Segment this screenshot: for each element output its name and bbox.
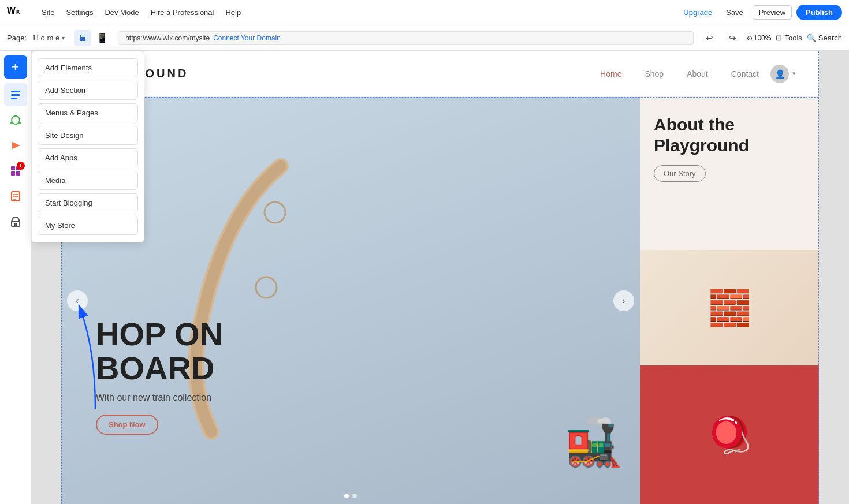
add-apps-button[interactable]: Add Apps — [38, 148, 138, 167]
sidebar: + 1 — [0, 51, 31, 504]
svg-point-8 — [10, 122, 13, 124]
tools-button[interactable]: ⊡ Tools — [776, 33, 802, 42]
nav-hire[interactable]: Hire a Professional — [146, 6, 219, 19]
upgrade-button[interactable]: Upgrade — [679, 6, 717, 19]
apps-badge: 1 — [17, 162, 25, 170]
svg-rect-19 — [14, 223, 17, 226]
connect-domain-link[interactable]: Connect Your Domain — [213, 34, 281, 42]
sidebar-pages-icon[interactable] — [4, 83, 27, 106]
zoom-control[interactable]: ⊙ 100% — [747, 34, 772, 42]
hero-subtitle: With our new train collection — [96, 393, 223, 403]
hero-title-line1: HOP ON — [96, 318, 223, 352]
slide-dot-1[interactable] — [344, 494, 349, 498]
svg-text:ix: ix — [15, 8, 20, 16]
svg-rect-13 — [16, 171, 20, 176]
canvas-area: PLAYGROUND Home Shop About Contact 👤 ▾ — [31, 51, 849, 504]
our-story-button[interactable]: Our Story — [654, 165, 706, 182]
menus-pages-button[interactable]: Menus & Pages — [38, 103, 138, 122]
sidebar-store-icon[interactable] — [4, 210, 27, 233]
sidebar-blog-icon[interactable] — [4, 185, 27, 208]
zoom-level: 100% — [754, 34, 772, 42]
train-track-area: 🚂 — [165, 155, 640, 504]
about-title: About the Playground — [654, 114, 805, 156]
hero-slideshow: 🚂 HOP ON BOARD With our new train collec… — [61, 97, 640, 504]
add-section-button[interactable]: Add Section — [38, 81, 138, 100]
my-store-button[interactable]: My Store — [38, 216, 138, 235]
search-label: Search — [818, 33, 842, 42]
svg-point-6 — [14, 115, 17, 117]
svg-point-22 — [256, 277, 277, 298]
sidebar-apps-icon[interactable]: 1 — [4, 159, 27, 182]
desktop-view-button[interactable]: 🖥 — [74, 30, 91, 46]
wix-logo: W ix — [7, 5, 28, 20]
slide-dot-2[interactable] — [352, 494, 357, 498]
train-toy-image: 🚂 — [565, 415, 623, 469]
svg-point-5 — [12, 116, 20, 124]
zoom-icon: ⊙ — [747, 34, 753, 42]
url-bar: https://www.wix.com/mysite Connect Your … — [118, 31, 694, 45]
hero-slide-content: HOP ON BOARD With our new train collecti… — [96, 318, 223, 435]
site-preview: PLAYGROUND Home Shop About Contact 👤 ▾ — [61, 51, 819, 504]
site-nav-about[interactable]: About — [687, 69, 708, 79]
right-image-2: 🪀 — [640, 365, 819, 504]
right-image-1: 🧱 — [640, 250, 819, 365]
canvas-right-gutter — [819, 51, 849, 504]
about-title-line2: Playground — [654, 135, 805, 156]
nav-site[interactable]: Site — [37, 6, 59, 19]
avatar-chevron-icon: ▾ — [792, 70, 796, 77]
redo-button[interactable]: ↪ — [724, 29, 742, 47]
svg-rect-12 — [11, 171, 15, 176]
sidebar-media-icon[interactable] — [4, 134, 27, 157]
url-text: https://www.wix.com/mysite — [125, 34, 210, 42]
site-design-button[interactable]: Site Design — [38, 126, 138, 145]
hero-right-panel: About the Playground Our Story 🧱 🪀 — [640, 97, 819, 504]
about-title-line1: About the — [654, 114, 805, 135]
search-button[interactable]: 🔍 Search — [807, 33, 842, 42]
tools-label: Tools — [784, 33, 802, 42]
add-elements-button[interactable]: Add Elements — [38, 58, 138, 77]
svg-marker-9 — [12, 142, 20, 149]
site-nav-home[interactable]: Home — [600, 69, 621, 79]
page-name: H o m e — [33, 33, 60, 42]
view-toggle: 🖥 📱 — [74, 30, 111, 46]
toolbar-right: ↩ ↪ ⊙ 100% ⊡ Tools 🔍 Search — [701, 29, 842, 47]
shop-now-button[interactable]: Shop Now — [96, 415, 158, 435]
nav-devmode[interactable]: Dev Mode — [100, 6, 143, 19]
hero-title-line2: BOARD — [96, 352, 223, 386]
nav-settings[interactable]: Settings — [61, 6, 98, 19]
site-header: PLAYGROUND Home Shop About Contact 👤 ▾ — [61, 51, 819, 97]
nav-help[interactable]: Help — [221, 6, 245, 19]
sidebar-add-icon[interactable]: + — [4, 55, 27, 79]
about-section: About the Playground Our Story — [640, 97, 819, 250]
page-label: Page: — [7, 33, 27, 42]
media-button[interactable]: Media — [38, 171, 138, 190]
nav-right: Upgrade Save Preview Publish — [679, 5, 842, 20]
page-chevron-icon: ▾ — [62, 35, 65, 41]
svg-rect-10 — [11, 166, 15, 170]
start-blogging-button[interactable]: Start Blogging — [38, 193, 138, 212]
hero-title: HOP ON BOARD — [96, 318, 223, 386]
main-area: + 1 Add Elements Add Section Menus & Pag… — [0, 51, 849, 504]
mobile-view-button[interactable]: 📱 — [94, 30, 111, 46]
slide-prev-button[interactable]: ‹ — [67, 290, 88, 311]
slide-next-button[interactable]: › — [613, 290, 634, 311]
undo-button[interactable]: ↩ — [701, 29, 719, 47]
user-avatar[interactable]: 👤 — [770, 65, 789, 83]
page-selector[interactable]: Page: H o m e ▾ — [7, 33, 65, 42]
svg-rect-2 — [11, 91, 20, 92]
site-nav-contact[interactable]: Contact — [731, 69, 759, 79]
sidebar-design-icon[interactable] — [4, 109, 27, 132]
search-icon: 🔍 — [807, 33, 816, 42]
svg-point-7 — [18, 122, 21, 124]
slide-indicators — [344, 494, 357, 498]
publish-button[interactable]: Publish — [796, 5, 842, 20]
site-nav-shop[interactable]: Shop — [645, 69, 664, 79]
save-button[interactable]: Save — [721, 6, 748, 19]
site-header-right: 👤 ▾ — [770, 65, 796, 83]
preview-button[interactable]: Preview — [753, 5, 792, 20]
hero-section: 🚂 HOP ON BOARD With our new train collec… — [61, 97, 819, 504]
svg-rect-4 — [11, 98, 17, 99]
tools-icon: ⊡ — [776, 33, 782, 42]
stacker-image: 🪀 — [640, 365, 819, 504]
top-navbar: W ix Site Settings Dev Mode Hire a Profe… — [0, 0, 849, 25]
